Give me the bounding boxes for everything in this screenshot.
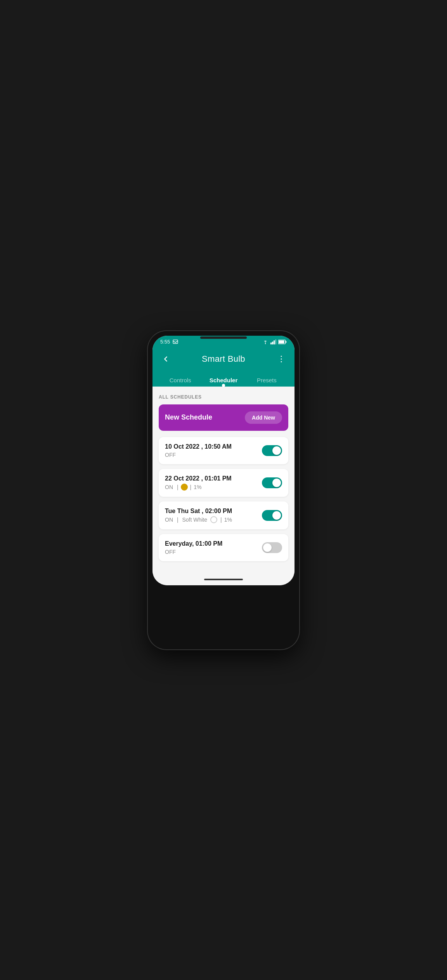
phone-frame: 5:55 xyxy=(148,331,299,649)
new-schedule-label: New Schedule xyxy=(165,413,212,421)
schedule-status-1: OFF xyxy=(165,452,176,458)
schedule-details-3: ON | Soft White | 1% xyxy=(165,516,262,523)
svg-point-1 xyxy=(265,343,266,344)
color-circle-2 xyxy=(181,484,188,491)
svg-rect-4 xyxy=(274,340,275,344)
tab-presets[interactable]: Presets xyxy=(245,372,288,387)
phone-screen: 5:55 xyxy=(152,336,295,585)
schedule-details-1: OFF xyxy=(165,452,262,458)
home-bar xyxy=(204,579,243,580)
schedule-info-4: Everyday, 01:00 PM OFF xyxy=(165,540,262,555)
signal-icon xyxy=(270,339,277,345)
header-top: Smart Bulb xyxy=(159,352,288,372)
schedule-toggle-3[interactable] xyxy=(262,510,282,521)
section-label: ALL SCHEDULES xyxy=(159,394,288,400)
tab-controls[interactable]: Controls xyxy=(159,372,202,387)
schedule-toggle-2[interactable] xyxy=(262,477,282,488)
more-button[interactable] xyxy=(274,352,288,366)
schedule-toggle-4[interactable] xyxy=(262,542,282,553)
schedule-info-1: 10 Oct 2022 , 10:50 AM OFF xyxy=(165,443,262,458)
notification-icon xyxy=(172,339,178,345)
schedule-card-1[interactable]: 10 Oct 2022 , 10:50 AM OFF xyxy=(159,437,288,464)
tab-bar: Controls Scheduler Presets xyxy=(159,372,288,387)
schedule-card-4[interactable]: Everyday, 01:00 PM OFF xyxy=(159,534,288,561)
schedule-status-3: ON xyxy=(165,517,173,523)
schedule-datetime-1: 10 Oct 2022 , 10:50 AM xyxy=(165,443,262,450)
battery-icon xyxy=(278,340,287,344)
schedule-toggle-1[interactable] xyxy=(262,445,282,456)
svg-rect-8 xyxy=(286,341,286,343)
schedule-status-2: ON xyxy=(165,484,173,490)
schedule-brightness-2: 1% xyxy=(194,484,201,490)
schedule-details-4: OFF xyxy=(165,549,262,555)
schedule-card-2[interactable]: 22 Oct 2022 , 01:01 PM ON | | 1% xyxy=(159,469,288,497)
schedule-datetime-4: Everyday, 01:00 PM xyxy=(165,540,262,547)
new-schedule-banner: New Schedule Add New xyxy=(159,404,288,431)
svg-rect-2 xyxy=(270,342,272,344)
svg-rect-7 xyxy=(279,340,284,343)
svg-point-9 xyxy=(281,356,282,357)
schedule-card-3[interactable]: Tue Thu Sat , 02:00 PM ON | Soft White |… xyxy=(159,501,288,529)
status-bar-left: 5:55 xyxy=(160,339,178,345)
main-content: ALL SCHEDULES New Schedule Add New 10 Oc… xyxy=(152,387,295,574)
schedule-brightness-3: 1% xyxy=(224,517,232,523)
time-display: 5:55 xyxy=(160,339,170,345)
back-button[interactable] xyxy=(159,352,173,366)
schedule-info-3: Tue Thu Sat , 02:00 PM ON | Soft White |… xyxy=(165,508,262,523)
app-header: Smart Bulb Controls Scheduler xyxy=(152,347,295,387)
schedule-info-2: 22 Oct 2022 , 01:01 PM ON | | 1% xyxy=(165,475,262,491)
tab-scheduler[interactable]: Scheduler xyxy=(202,372,245,387)
svg-rect-5 xyxy=(275,339,276,344)
wifi-icon xyxy=(262,339,269,345)
page-title: Smart Bulb xyxy=(202,354,245,364)
schedule-datetime-2: 22 Oct 2022 , 01:01 PM xyxy=(165,475,262,482)
svg-rect-3 xyxy=(272,342,273,344)
status-bar-right xyxy=(262,339,287,345)
notch xyxy=(200,336,247,339)
add-new-button[interactable]: Add New xyxy=(245,411,282,424)
color-circle-3 xyxy=(210,516,217,523)
schedule-status-4: OFF xyxy=(165,549,176,555)
schedule-colorlabel-3: Soft White xyxy=(182,517,207,523)
svg-point-10 xyxy=(281,358,282,359)
home-indicator xyxy=(152,574,295,585)
svg-point-11 xyxy=(281,361,282,362)
schedule-datetime-3: Tue Thu Sat , 02:00 PM xyxy=(165,508,262,515)
schedule-details-2: ON | | 1% xyxy=(165,484,262,491)
